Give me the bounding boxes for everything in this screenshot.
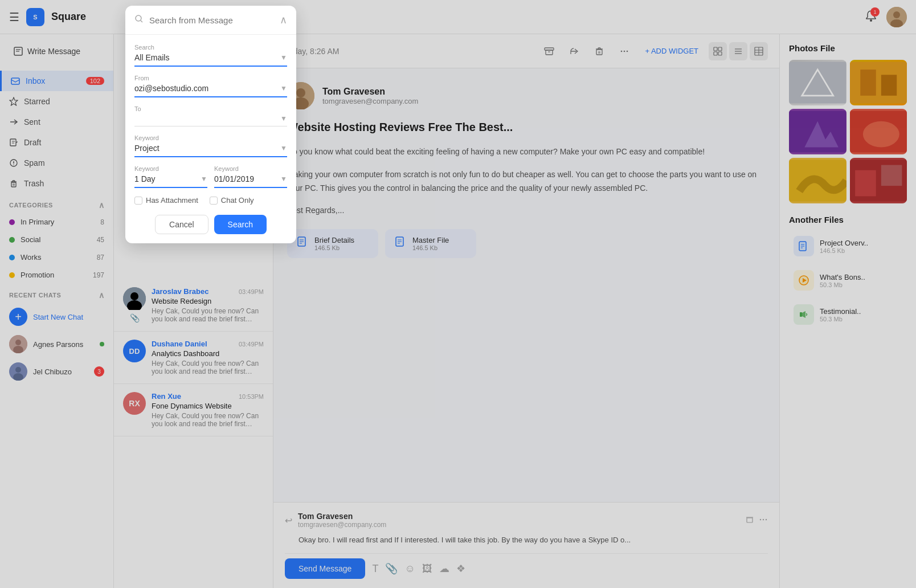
keyword-arrow[interactable]: ▼ xyxy=(280,144,287,152)
to-field: To ▼ xyxy=(134,105,287,126)
search-submit-button[interactable]: Search xyxy=(214,215,267,234)
keyword3-arrow[interactable]: ▼ xyxy=(280,175,287,183)
from-arrow[interactable]: ▼ xyxy=(280,84,287,92)
keyword-value: Project xyxy=(134,144,280,153)
has-attachment-checkbox-box xyxy=(134,197,142,205)
keyword2-select-row[interactable]: 1 Day ▼ xyxy=(134,174,207,188)
search-type-field: Search All Emails ▼ xyxy=(134,44,287,67)
checkbox-row: Has Attachment Chat Only xyxy=(134,196,287,205)
svg-point-85 xyxy=(136,15,141,21)
from-label: From xyxy=(134,75,287,81)
chat-only-label: Chat Only xyxy=(221,196,254,205)
search-input-row: ∧ xyxy=(125,6,296,35)
keyword-day-field: Keyword 1 Day ▼ xyxy=(134,165,207,188)
to-label: To xyxy=(134,105,287,112)
has-attachment-checkbox[interactable]: Has Attachment xyxy=(134,196,198,205)
form-actions: Cancel Search xyxy=(134,213,287,234)
keyword2-arrow[interactable]: ▼ xyxy=(201,175,207,183)
search-overlay: ∧ Search All Emails ▼ From ozi@sebostudi… xyxy=(0,0,916,588)
keyword-date-row: Keyword 1 Day ▼ Keyword 01/01/2019 ▼ xyxy=(134,165,287,188)
search-type-select-row[interactable]: All Emails ▼ xyxy=(134,53,287,67)
search-type-arrow[interactable]: ▼ xyxy=(280,54,287,62)
keyword-field: Keyword Project ▼ xyxy=(134,134,287,157)
cancel-button[interactable]: Cancel xyxy=(155,215,208,234)
keyword3-select-row[interactable]: 01/01/2019 ▼ xyxy=(214,174,287,188)
from-select-row[interactable]: ozi@sebostudio.com ▼ xyxy=(134,84,287,97)
from-value: ozi@sebostudio.com xyxy=(134,84,280,93)
from-field: From ozi@sebostudio.com ▼ xyxy=(134,75,287,97)
has-attachment-label: Has Attachment xyxy=(146,196,198,205)
search-modal: ∧ Search All Emails ▼ From ozi@sebostudi… xyxy=(125,6,296,243)
chat-only-checkbox[interactable]: Chat Only xyxy=(210,196,254,205)
search-label: Search xyxy=(134,44,287,51)
keyword-select-row[interactable]: Project ▼ xyxy=(134,144,287,157)
keyword3-value: 01/01/2019 xyxy=(214,174,280,183)
search-type-value: All Emails xyxy=(134,53,280,62)
keyword-label: Keyword xyxy=(134,134,287,141)
search-form: Search All Emails ▼ From ozi@sebostudio.… xyxy=(125,35,296,243)
keyword2-label: Keyword xyxy=(134,165,207,172)
search-close-button[interactable]: ∧ xyxy=(280,14,287,26)
keyword3-label: Keyword xyxy=(214,165,287,172)
to-arrow[interactable]: ▼ xyxy=(280,115,287,122)
svg-line-86 xyxy=(141,21,142,22)
keyword-date-field: Keyword 01/01/2019 ▼ xyxy=(214,165,287,188)
search-input-modal[interactable] xyxy=(149,15,274,25)
search-icon-modal xyxy=(134,14,144,26)
chat-only-checkbox-box xyxy=(210,197,218,205)
keyword2-value: 1 Day xyxy=(134,174,201,183)
to-field-row[interactable]: ▼ xyxy=(134,115,287,126)
